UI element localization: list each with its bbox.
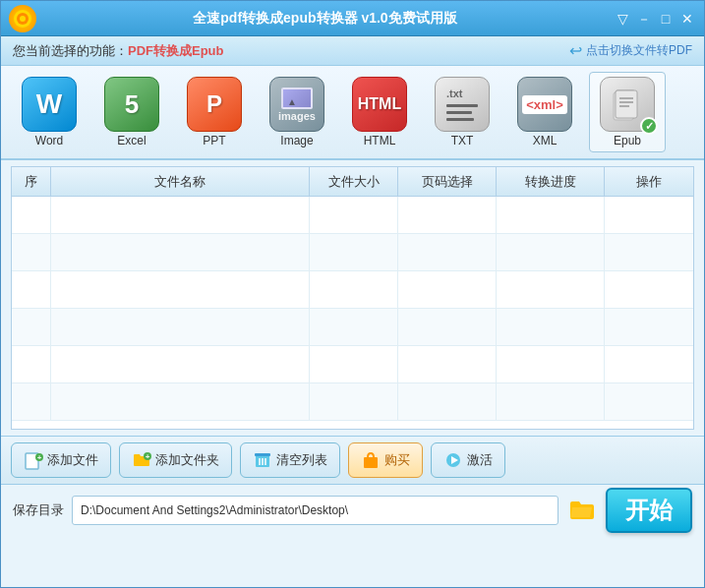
clear-button[interactable]: 清空列表 (240, 442, 340, 478)
save-dir-label: 保存目录 (13, 501, 64, 519)
epub-label: Epub (614, 134, 641, 147)
image-icon-content: images (278, 88, 316, 122)
clear-label: 清空列表 (276, 451, 327, 469)
add-folder-button[interactable]: + 添加文件夹 (119, 442, 232, 478)
close-button[interactable]: ✕ (678, 10, 696, 28)
switch-button[interactable]: ↩ 点击切换文件转PDF (569, 41, 692, 60)
svg-rect-19 (364, 457, 378, 468)
txt-line-2 (446, 111, 472, 114)
table-row (12, 271, 693, 309)
start-label: 开始 (625, 495, 673, 526)
image-icon-pic (281, 88, 313, 109)
word-icon-box: W (22, 77, 77, 132)
save-path-text: D:\Document And Settings2\Administrator\… (81, 503, 348, 517)
switch-label: 点击切换文件转PDF (586, 42, 692, 59)
xml-label: XML (533, 134, 558, 147)
buy-label: 购买 (384, 451, 410, 469)
txt-icon-box: .txt (435, 77, 490, 132)
txt-label: TXT (451, 134, 474, 147)
activate-button[interactable]: 激活 (431, 442, 505, 478)
activate-icon (443, 450, 463, 470)
title-bar: 全速pdf转换成epub转换器 v1.0免费试用版 ▽ － □ ✕ (1, 1, 704, 36)
add-file-label: 添加文件 (47, 451, 98, 469)
buy-icon (361, 450, 381, 470)
col-header-action: 操作 (605, 167, 693, 196)
format-xml[interactable]: <xml> XML (506, 73, 583, 151)
table-row (12, 197, 693, 234)
epub-check-icon: ✓ (640, 117, 658, 135)
function-prefix: 您当前选择的功能： (13, 43, 128, 58)
app-logo (9, 5, 36, 32)
save-path-display: D:\Document And Settings2\Administrator\… (72, 496, 558, 525)
format-epub[interactable]: ✓ Epub (589, 72, 666, 152)
ppt-letter: P (206, 90, 222, 118)
ppt-label: PPT (203, 134, 225, 147)
images-text: images (278, 110, 316, 122)
xml-letter: <xml> (522, 95, 567, 114)
epub-icon-svg (610, 87, 645, 122)
table-row (12, 346, 693, 383)
app-title: 全速pdf转换成epub转换器 v1.0免费试用版 (36, 10, 614, 28)
table-row (12, 309, 693, 346)
word-letter: W (36, 88, 62, 120)
add-folder-label: 添加文件夹 (155, 451, 219, 469)
svg-text:+: + (146, 452, 150, 461)
html-letter: HTML (358, 95, 401, 113)
svg-point-2 (20, 16, 26, 22)
function-name: PDF转换成Epub (128, 43, 224, 58)
image-label: Image (280, 134, 313, 147)
table-header: 序 文件名称 文件大小 页码选择 转换进度 操作 (12, 167, 693, 197)
current-function-label: 您当前选择的功能：PDF转换成Epub (13, 42, 224, 60)
action-toolbar: + 添加文件 + 添加文件夹 清空列表 (1, 436, 704, 485)
txt-label-inner: .txt (446, 88, 463, 99)
add-folder-icon: + (132, 450, 151, 470)
tray-button[interactable]: ▽ (614, 10, 631, 28)
excel-letter: 5 (125, 89, 139, 120)
txt-line-3 (446, 118, 474, 121)
excel-icon-box: 5 (104, 77, 159, 132)
clear-icon (253, 450, 272, 470)
folder-open-icon (568, 499, 596, 522)
col-header-name: 文件名称 (51, 167, 310, 196)
file-table: 序 文件名称 文件大小 页码选择 转换进度 操作 (11, 166, 694, 430)
window-controls: ▽ － □ ✕ (614, 10, 696, 28)
table-row (12, 234, 693, 271)
col-header-size: 文件大小 (310, 167, 398, 196)
format-word[interactable]: W Word (11, 73, 88, 151)
svg-text:+: + (37, 453, 42, 462)
col-header-seq: 序 (12, 167, 51, 196)
browse-folder-button[interactable] (566, 495, 598, 526)
excel-label: Excel (117, 134, 146, 147)
txt-icon-inner: .txt (446, 88, 478, 121)
save-row: 保存目录 D:\Document And Settings2\Administr… (1, 485, 704, 536)
add-file-button[interactable]: + 添加文件 (11, 442, 111, 478)
table-row (12, 383, 693, 421)
ppt-icon-box: P (187, 77, 242, 132)
html-label: HTML (364, 134, 396, 147)
format-toolbar: W Word 5 Excel P PPT images Image HTML H… (1, 66, 704, 160)
epub-icon-box: ✓ (600, 77, 655, 132)
add-file-icon: + (24, 450, 43, 470)
start-button[interactable]: 开始 (606, 488, 692, 533)
html-icon-box: HTML (352, 77, 407, 132)
col-header-progress: 转换进度 (497, 167, 605, 196)
minimize-button[interactable]: － (635, 10, 653, 28)
subtitle-bar: 您当前选择的功能：PDF转换成Epub ↩ 点击切换文件转PDF (1, 36, 704, 66)
col-header-page: 页码选择 (398, 167, 497, 196)
format-image[interactable]: images Image (259, 73, 335, 151)
svg-rect-15 (255, 453, 270, 456)
format-excel[interactable]: 5 Excel (93, 73, 170, 151)
format-txt[interactable]: .txt TXT (424, 73, 500, 151)
word-label: Word (35, 134, 63, 147)
svg-rect-5 (616, 90, 637, 118)
activate-label: 激活 (467, 451, 493, 469)
maximize-button[interactable]: □ (657, 10, 675, 28)
format-html[interactable]: HTML HTML (341, 73, 418, 151)
buy-button[interactable]: 购买 (348, 442, 423, 478)
switch-arrow-icon: ↩ (569, 41, 582, 60)
xml-icon-box: <xml> (517, 77, 572, 132)
txt-line-1 (446, 104, 478, 107)
image-icon-box: images (269, 77, 324, 132)
table-body (12, 197, 693, 431)
format-ppt[interactable]: P PPT (176, 73, 253, 151)
